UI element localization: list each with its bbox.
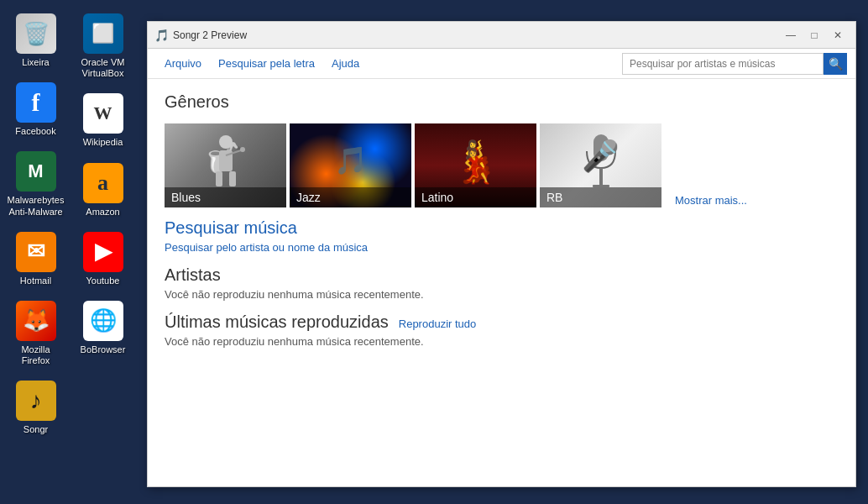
desktop-icon-wikipedia[interactable]: W Wikipedia <box>71 88 134 153</box>
content-area: Gêneros <box>148 79 855 486</box>
desktop-icon-hotmail[interactable]: ✉ Hotmail <box>4 227 67 291</box>
search-section-subtitle[interactable]: Pesquisar pelo artista ou nome da música <box>165 241 839 254</box>
desktop-icon-virtualbox[interactable]: ⬜ Oracle VM VirtualBox <box>71 8 134 84</box>
svg-rect-7 <box>599 168 603 185</box>
search-input[interactable] <box>622 53 824 75</box>
app-icon: 🎵 <box>154 29 168 42</box>
artistas-section: Artistas Você não reproduziu nenhuma mús… <box>165 265 839 301</box>
wikipedia-icon: W <box>83 93 123 134</box>
search-section-title[interactable]: Pesquisar música <box>165 218 839 238</box>
recycle-icon: 🗑️ <box>16 13 56 54</box>
window-controls: — □ ✕ <box>780 26 849 45</box>
firefox-icon: 🦊 <box>16 301 56 341</box>
hotmail-icon: ✉ <box>16 232 56 272</box>
genre-tile-latino[interactable]: 💃 Latino <box>415 123 536 207</box>
generos-title: Gêneros <box>165 92 839 112</box>
artistas-empty: Você não reproduziu nenhuma música recen… <box>165 288 839 301</box>
svg-rect-6 <box>593 134 609 161</box>
reproduzir-tudo-button[interactable]: Reproduzir tudo <box>399 318 477 330</box>
menu-arquivo[interactable]: Arquivo <box>156 52 210 75</box>
desktop-icon-facebook[interactable]: f Facebook <box>4 77 67 142</box>
genre-rb-label: RB <box>540 187 661 207</box>
desktop-icon-amazon[interactable]: a Amazon <box>71 158 134 223</box>
maximize-button[interactable]: □ <box>803 26 825 45</box>
songr-label: Songr <box>24 424 48 435</box>
bobrowser-icon: 🌐 <box>83 301 123 341</box>
desktop-icon-recycle[interactable]: 🗑️ Lixeira <box>4 8 67 73</box>
desktop-icon-firefox[interactable]: 🦊 Mozilla Firefox <box>4 296 67 371</box>
search-bar: 🔍 <box>622 53 847 75</box>
genre-latino-label: Latino <box>415 187 536 207</box>
svg-rect-3 <box>229 171 236 186</box>
close-button[interactable]: ✕ <box>827 26 849 45</box>
menu-pesquisar-letra[interactable]: Pesquisar pela letra <box>210 52 323 75</box>
songr-icon: ♪ <box>16 381 56 421</box>
genre-tile-blues[interactable]: Blues <box>165 123 286 207</box>
virtualbox-icon: ⬜ <box>83 13 123 54</box>
menu-ajuda[interactable]: Ajuda <box>323 52 368 75</box>
ultimas-title: Últimas músicas reproduzidas <box>165 312 389 332</box>
svg-point-0 <box>219 135 233 149</box>
ultimas-header: Últimas músicas reproduzidas Reproduzir … <box>165 312 839 332</box>
desktop: 🗑️ Lixeira f Facebook M Malwarebytes Ant… <box>0 0 143 504</box>
malwarebytes-icon: M <box>16 151 56 192</box>
desktop-icon-songr[interactable]: ♪ Songr <box>4 375 67 440</box>
firefox-label: Mozilla Firefox <box>8 344 64 366</box>
desktop-icon-youtube[interactable]: ▶ Youtube <box>71 227 134 291</box>
facebook-label: Facebook <box>15 126 55 137</box>
app-window: 🎵 Songr 2 Preview — □ ✕ Arquivo Pesquisa… <box>147 21 856 487</box>
youtube-icon: ▶ <box>83 232 123 272</box>
search-button[interactable]: 🔍 <box>824 53 847 75</box>
search-section: Pesquisar música Pesquisar pelo artista … <box>165 218 839 254</box>
show-more-link[interactable]: Mostrar mais... <box>672 191 750 210</box>
genres-grid: Blues Jazz 💃 Latino <box>165 123 839 210</box>
genre-jazz-label: Jazz <box>290 187 411 207</box>
hotmail-label: Hotmail <box>20 276 51 286</box>
svg-rect-2 <box>216 171 222 186</box>
genre-tile-rb[interactable]: RB <box>540 123 661 207</box>
minimize-button[interactable]: — <box>780 26 802 45</box>
bobrowser-label: BoBrowser <box>81 344 126 355</box>
genre-blues-label: Blues <box>165 187 286 207</box>
ultimas-section: Últimas músicas reproduzidas Reproduzir … <box>165 312 839 348</box>
malwarebytes-label: Malwarebytes Anti-Malware <box>8 195 65 217</box>
genre-tile-jazz[interactable]: Jazz <box>290 123 411 207</box>
wikipedia-label: Wikipedia <box>83 137 123 148</box>
youtube-label: Youtube <box>86 276 120 286</box>
virtualbox-label: Oracle VM VirtualBox <box>75 57 131 79</box>
desktop-icon-bobrowser[interactable]: 🌐 BoBrowser <box>71 296 134 360</box>
svg-point-5 <box>240 147 245 152</box>
amazon-icon: a <box>83 163 123 203</box>
amazon-label: Amazon <box>86 207 119 218</box>
facebook-icon: f <box>16 82 56 123</box>
ultimas-empty: Você não reproduziu nenhuma música recen… <box>165 335 839 348</box>
title-bar: 🎵 Songr 2 Preview — □ ✕ <box>148 22 855 49</box>
artistas-title: Artistas <box>165 265 839 285</box>
window-title: Songr 2 Preview <box>173 29 780 41</box>
menu-bar: Arquivo Pesquisar pela letra Ajuda 🔍 <box>148 49 855 79</box>
desktop-icon-malwarebytes[interactable]: M Malwarebytes Anti-Malware <box>4 146 67 222</box>
recycle-label: Lixeira <box>22 57 49 68</box>
